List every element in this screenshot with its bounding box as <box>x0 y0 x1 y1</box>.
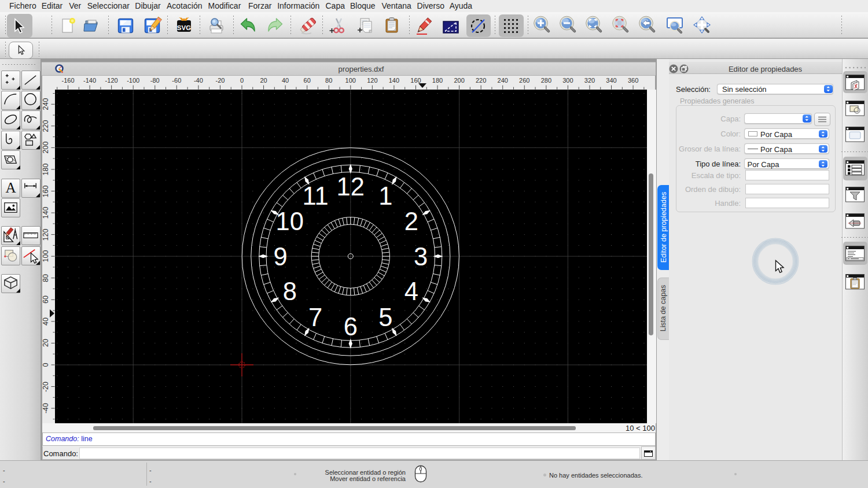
svg-text:11: 11 <box>303 182 329 210</box>
svg-text:9: 9 <box>273 243 287 271</box>
svg-text:2: 2 <box>404 208 418 235</box>
svg-text:3: 3 <box>414 243 428 271</box>
svg-text:7: 7 <box>308 304 322 331</box>
svg-text:1: 1 <box>378 182 392 210</box>
svg-text:10: 10 <box>276 208 304 235</box>
svg-text:A: A <box>5 180 16 195</box>
svg-text:SVG: SVG <box>177 24 191 31</box>
svg-text:4: 4 <box>404 278 418 305</box>
svg-text:12: 12 <box>337 173 365 201</box>
svg-text:6: 6 <box>344 313 358 341</box>
svg-text:8: 8 <box>283 278 297 305</box>
svg-text:5: 5 <box>378 304 392 331</box>
